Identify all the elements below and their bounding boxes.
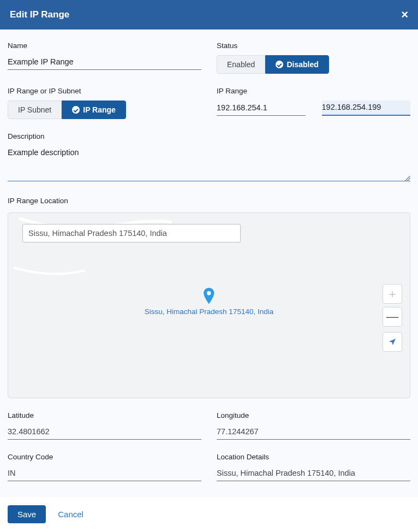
field-ip-range: IP Range	[217, 87, 410, 116]
longitude-input[interactable]	[217, 425, 410, 440]
map-pin[interactable]: Sissu, Himachal Pradesh 175140, India	[145, 288, 273, 316]
field-location-details: Location Details	[217, 453, 410, 481]
type-toggle: IP Subnet IP Range	[8, 101, 201, 119]
status-enabled-button[interactable]: Enabled	[217, 55, 265, 74]
location-section-label: IP Range Location	[8, 197, 410, 205]
map-locate-button[interactable]	[383, 332, 402, 352]
location-details-input[interactable]	[217, 466, 410, 481]
latitude-input[interactable]	[8, 425, 201, 440]
plus-icon: ＋	[386, 286, 398, 302]
latitude-label: Latitude	[8, 411, 201, 419]
type-subnet-button[interactable]: IP Subnet	[8, 101, 62, 119]
check-icon	[276, 61, 283, 68]
field-longitude: Longitude	[217, 411, 410, 440]
check-icon	[72, 106, 80, 114]
field-type: IP Range or IP Subnet IP Subnet IP Range	[8, 87, 201, 119]
cancel-button[interactable]: Cancel	[58, 510, 83, 519]
status-disabled-label: Disabled	[286, 60, 318, 69]
modal-edit-ip-range: Edit IP Range × Name Status Enabled	[0, 0, 418, 532]
description-input[interactable]	[8, 146, 410, 181]
modal-title: Edit IP Range	[10, 9, 69, 20]
status-toggle: Enabled Disabled	[217, 55, 410, 74]
name-input[interactable]	[8, 55, 201, 70]
map-pin-icon	[203, 288, 215, 304]
type-range-label: IP Range	[83, 105, 116, 114]
map[interactable]: Sissu, Himachal Pradesh 175140, India ＋ …	[8, 212, 410, 398]
map-zoom-out-button[interactable]: —	[383, 307, 402, 327]
map-search-input[interactable]	[22, 224, 241, 243]
field-latitude: Latitude	[8, 411, 201, 440]
status-disabled-button[interactable]: Disabled	[265, 55, 329, 74]
ip-range-end-input[interactable]	[322, 101, 411, 116]
svg-point-0	[207, 291, 211, 295]
status-enabled-label: Enabled	[227, 60, 255, 69]
country-code-label: Country Code	[8, 453, 201, 461]
locate-icon	[388, 338, 397, 346]
field-status: Status Enabled Disabled	[217, 42, 410, 74]
type-range-button[interactable]: IP Range	[62, 101, 126, 119]
minus-icon: —	[386, 310, 398, 324]
field-country-code: Country Code	[8, 453, 201, 481]
description-label: Description	[8, 132, 410, 140]
ip-range-label: IP Range	[217, 87, 410, 95]
country-code-input[interactable]	[8, 466, 201, 481]
resize-handle-icon[interactable]	[405, 176, 410, 181]
close-icon[interactable]: ×	[401, 9, 408, 21]
location-details-label: Location Details	[217, 453, 410, 461]
save-button[interactable]: Save	[8, 505, 46, 523]
status-label: Status	[217, 42, 410, 50]
type-subnet-label: IP Subnet	[18, 105, 51, 114]
modal-header: Edit IP Range ×	[0, 0, 418, 29]
modal-body: Name Status Enabled Disabled	[0, 29, 418, 497]
map-pin-label: Sissu, Himachal Pradesh 175140, India	[145, 308, 273, 316]
name-label: Name	[8, 42, 201, 50]
field-location: IP Range Location Siss	[8, 197, 410, 398]
ip-range-start-input[interactable]	[217, 101, 306, 116]
map-zoom-in-button[interactable]: ＋	[383, 284, 402, 304]
field-description: Description	[8, 132, 410, 184]
modal-footer: Save Cancel	[0, 497, 418, 532]
longitude-label: Longitude	[217, 411, 410, 419]
type-label: IP Range or IP Subnet	[8, 87, 201, 95]
field-name: Name	[8, 42, 201, 70]
